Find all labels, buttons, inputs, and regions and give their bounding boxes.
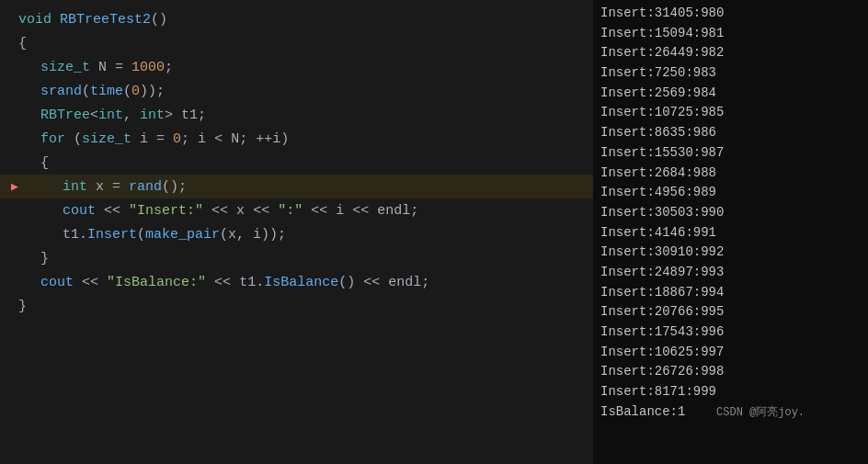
token: void: [18, 12, 60, 28]
token: (x, i));: [220, 227, 286, 243]
token: =: [115, 60, 123, 75]
token: [96, 203, 104, 219]
token: <<: [352, 203, 369, 219]
code-line: size_t N = 1000;: [0, 55, 593, 79]
token: t1.: [231, 275, 264, 290]
token: int: [140, 108, 165, 123]
token: (): [151, 12, 167, 28]
token: <<: [104, 203, 120, 219]
token: <<: [363, 275, 380, 290]
token: [98, 275, 107, 290]
token: <: [214, 131, 223, 147]
output-line: Insert:4146:991: [600, 223, 861, 243]
output-line: Insert:8635:986: [600, 123, 861, 143]
token: cout: [40, 275, 74, 290]
code-line: void RBTreeTest2(): [0, 7, 593, 31]
output-line: Insert:30503:990: [600, 203, 861, 223]
token: [206, 275, 214, 290]
token: RBTree: [40, 108, 90, 123]
token: size_t: [82, 131, 131, 147]
token: [303, 203, 311, 219]
token: endl;: [369, 203, 418, 219]
token: int: [63, 179, 87, 195]
token: 0: [173, 131, 181, 147]
line-content: size_t N = 1000;: [18, 60, 593, 75]
token: [120, 203, 129, 219]
code-line: }: [0, 246, 593, 270]
token: }: [18, 299, 27, 314]
line-content: {: [18, 155, 593, 171]
token: (: [123, 84, 131, 99]
output-line: Insert:26449:982: [600, 43, 861, 63]
token: cout: [63, 203, 96, 219]
watermark: CSDN @阿亮joy.: [716, 406, 805, 419]
output-line: Insert:17543:996: [600, 323, 861, 343]
token: [203, 203, 211, 219]
token: <<: [311, 203, 327, 219]
token: ;: [165, 60, 173, 75]
code-line: }: [0, 294, 593, 318]
line-content: cout << "IsBalance:" << t1.IsBalance() <…: [18, 275, 593, 290]
line-content: void RBTreeTest2(): [18, 12, 593, 28]
code-line: for (size_t i = 0; i < N; ++i): [0, 127, 593, 151]
token: i: [131, 131, 156, 147]
token: [269, 203, 278, 219]
code-line: t1.Insert(make_pair(x, i));: [0, 222, 593, 246]
token: [123, 60, 131, 75]
line-content: {: [18, 36, 593, 51]
token: N;: [223, 131, 256, 147]
line-content: }: [18, 251, 593, 266]
current-line-arrow: ▶: [11, 179, 18, 194]
output-line: Insert:15094:981: [600, 24, 861, 44]
token: }: [40, 251, 49, 266]
output-line: Insert:24897:993: [600, 263, 861, 283]
output-line: Insert:10625:997: [600, 343, 861, 363]
output-line: Insert:18867:994: [600, 283, 861, 303]
output-line: Insert:15530:987: [600, 143, 861, 164]
token: <<: [82, 275, 98, 290]
token: ":": [278, 203, 303, 219]
output-line: Insert:26726:998: [600, 362, 861, 382]
token: ();: [162, 179, 187, 195]
line-content: srand(time(0));: [18, 84, 593, 99]
token: (: [137, 227, 145, 243]
token: rand: [129, 179, 162, 195]
token: Insert: [87, 227, 137, 243]
token: ; i: [181, 131, 214, 147]
token: [120, 179, 129, 195]
token: for: [40, 131, 65, 147]
line-content: t1.Insert(make_pair(x, i));: [18, 227, 593, 243]
code-line: cout << "Insert:" << x << ":" << i << en…: [0, 198, 593, 222]
token: > t1;: [165, 108, 206, 123]
token: size_t: [40, 60, 90, 75]
token: make_pair: [145, 227, 220, 243]
token: {: [40, 155, 49, 171]
token: 1000: [131, 60, 165, 75]
code-line: {: [0, 151, 593, 175]
token: x: [87, 179, 112, 195]
token: "Insert:": [129, 203, 203, 219]
line-content: cout << "Insert:" << x << ":" << i << en…: [18, 203, 593, 219]
code-line: cout << "IsBalance:" << t1.IsBalance() <…: [0, 270, 593, 294]
token: (: [82, 84, 90, 99]
code-line: ▶int x = rand();: [0, 175, 593, 198]
token: RBTreeTest2: [60, 12, 151, 28]
token: IsBalance: [264, 275, 338, 290]
output-line: Insert:2684:988: [600, 164, 861, 184]
token: x: [228, 203, 253, 219]
token: <: [90, 108, 98, 123]
token: =: [156, 131, 165, 147]
output-line: Insert:10725:985: [600, 103, 861, 123]
token: 0: [131, 84, 140, 99]
token: i: [327, 203, 352, 219]
output-line: Insert:8171:999: [600, 382, 861, 402]
output-line: Insert:31405:980: [600, 4, 861, 24]
token: <<: [211, 203, 228, 219]
output-line: IsBalance:1 CSDN @阿亮joy.: [600, 402, 861, 423]
token: (: [65, 131, 82, 147]
line-content: int x = rand();: [18, 179, 593, 195]
token: ,: [123, 108, 140, 123]
output-line: Insert:7250:983: [600, 63, 861, 84]
output-line: Insert:30910:992: [600, 243, 861, 263]
token: t1.: [63, 227, 87, 243]
